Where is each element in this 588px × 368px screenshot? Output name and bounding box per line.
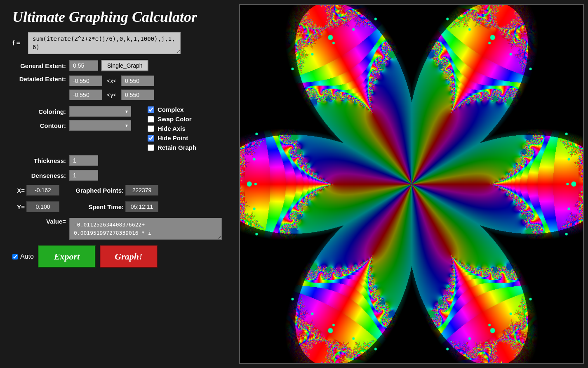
y-max-input[interactable]	[121, 90, 154, 100]
formula-label: f =	[12, 40, 25, 47]
retain-graph-checkbox[interactable]	[148, 144, 154, 151]
y-range-label: <y<	[106, 92, 118, 98]
denseness-label: Denseness:	[12, 172, 66, 179]
y-coord-value: 0.100	[26, 201, 59, 212]
contour-dropdown[interactable]	[69, 120, 131, 131]
auto-label: Auto	[20, 253, 34, 260]
detailed-extent-label: Detailed Extent:	[12, 75, 66, 83]
graphed-points-value: 222379	[125, 185, 158, 196]
x-coord-value: -0.162	[26, 185, 59, 196]
graph-panel	[239, 4, 584, 364]
hide-axis-label: Hide Axis	[158, 125, 186, 132]
complex-checkbox[interactable]	[148, 106, 154, 113]
formula-input[interactable]	[28, 32, 181, 54]
swap-color-checkbox-row: Swap Color	[148, 116, 196, 123]
complex-label: Complex	[158, 106, 183, 113]
general-extent-label: General Extent:	[12, 62, 66, 69]
app-title: Ultimate Graphing Calculator	[12, 8, 227, 26]
spent-time-value: 05:12:11	[125, 201, 158, 212]
spent-time-label: Spent Time:	[66, 203, 124, 210]
y-coord-label: Y=	[12, 203, 25, 210]
graphed-points-label: Graphed Points:	[66, 187, 124, 194]
value-output	[69, 218, 222, 240]
swap-color-label: Swap Color	[158, 116, 192, 123]
graph-button[interactable]: Graph!	[100, 245, 158, 268]
x-min-input[interactable]	[69, 75, 102, 86]
coloring-label: Coloring:	[12, 108, 66, 115]
x-range-label: <x<	[106, 78, 118, 84]
general-extent-input[interactable]	[69, 60, 98, 71]
retain-graph-checkbox-row: Retain Graph	[148, 144, 196, 151]
denseness-input[interactable]	[69, 170, 98, 181]
thickness-label: Thickness:	[12, 157, 66, 164]
single-graph-button[interactable]: Single_Graph	[101, 60, 148, 71]
hide-point-checkbox-row: Hide Point	[148, 134, 196, 142]
thickness-input[interactable]	[69, 155, 98, 166]
auto-checkbox[interactable]	[12, 254, 18, 259]
retain-graph-label: Retain Graph	[158, 144, 196, 151]
swap-color-checkbox[interactable]	[148, 116, 154, 123]
hide-point-checkbox[interactable]	[148, 135, 154, 142]
hide-point-label: Hide Point	[158, 134, 188, 142]
hide-axis-checkbox-row: Hide Axis	[148, 125, 196, 132]
coloring-dropdown[interactable]	[69, 106, 131, 117]
value-label: Value=	[12, 218, 66, 225]
x-coord-label: X=	[12, 187, 25, 194]
complex-checkbox-row: Complex	[148, 106, 196, 113]
contour-label: Contour:	[12, 122, 66, 129]
x-max-input[interactable]	[121, 75, 154, 86]
export-button[interactable]: Export	[38, 245, 96, 268]
hide-axis-checkbox[interactable]	[148, 125, 154, 132]
y-min-input[interactable]	[69, 90, 102, 100]
